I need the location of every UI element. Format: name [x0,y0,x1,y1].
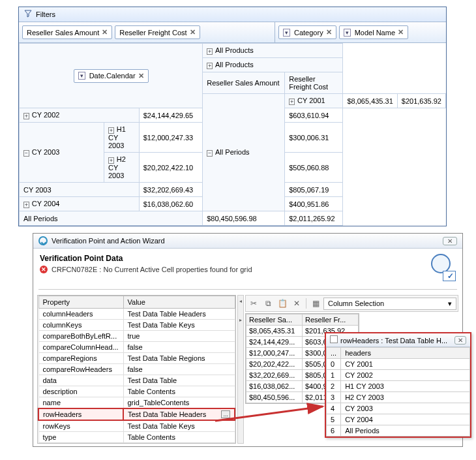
chip-remove-icon[interactable]: ✕ [190,28,196,37]
table-icon [330,335,338,343]
col-property[interactable]: Property [38,296,123,309]
copy-button[interactable]: ⧉ [261,297,275,310]
row-index: 4 [327,403,341,414]
cell: $32,202,669.43 [139,183,202,197]
row-h2-2003[interactable]: +H2 CY 2003 [104,153,140,183]
cell: $400,951.86 [285,197,343,211]
property-row[interactable]: rowKeysTest Data Table Keys [38,420,235,432]
ellipsis-button[interactable]: ... [221,410,230,418]
collapse-icon[interactable]: − [23,150,29,157]
mini-col-freight[interactable]: Reseller Fr... [303,314,359,326]
popup-col-index[interactable]: ... [327,348,341,359]
column-selection-dropdown[interactable]: Column Selection▾ [323,298,456,310]
row-cy2003-total[interactable]: CY 2003 [20,183,140,197]
collapse-icon[interactable]: − [207,150,213,157]
row-cy2003[interactable]: −CY 2003 [20,123,104,183]
splitter[interactable]: ◂▸ [237,295,244,444]
cell: $16,038,062... [246,381,303,392]
col-value[interactable]: Value [123,296,235,309]
col-all-products[interactable]: +All Products [203,44,343,58]
expand-icon[interactable]: + [108,157,114,164]
table-row[interactable]: 6All Periods [327,425,470,437]
chip-remove-icon[interactable]: ✕ [138,72,144,80]
expand-icon[interactable]: + [207,63,213,69]
chip-date-calendar[interactable]: ▾Date.Calendar✕ [74,69,149,83]
row-index: 5 [327,414,341,425]
funnel-icon: ▾ [344,29,351,37]
chip-reseller-freight[interactable]: Reseller Freight Cost✕ [115,25,200,39]
popup-col-headers[interactable]: headers [341,348,470,359]
chip-category[interactable]: ▾Category✕ [278,25,336,39]
prop-value: Test Data Table [123,375,235,386]
chip-remove-icon[interactable]: ✕ [398,28,404,37]
property-row[interactable]: compareBothByLeftR...true [38,331,235,342]
cell: $201,635.92 [397,94,445,108]
prop-value: Test Data Table Regions [123,353,235,364]
cell: $24,144,429... [246,337,303,348]
property-row[interactable]: compareColumnHead...false [38,342,235,353]
expand-icon[interactable]: + [23,202,29,208]
row-all-periods[interactable]: −All Periods [203,94,285,211]
mini-col-sales[interactable]: Reseller Sa... [246,314,303,326]
row-header: All Periods [341,425,470,437]
cell: $80,450,596... [246,392,303,403]
dialog-titlebar[interactable]: Verification Point and Action Wizard ✕ [33,234,462,249]
chip-remove-icon[interactable]: ✕ [326,28,332,37]
prop-name: columnHeaders [38,309,123,320]
wizard-icon [38,236,48,245]
grid-options-button[interactable]: ▦ [309,297,322,310]
row-grand-total[interactable]: All Periods [20,211,203,226]
table-row[interactable]: 5CY 2004 [327,414,470,425]
paste-button[interactable]: 📋 [276,297,289,310]
cell: $805,067.19 [285,183,343,197]
close-button[interactable]: ✕ [443,237,457,245]
prop-name: data [38,375,123,386]
prop-name: compareBothByLeftR... [38,331,123,342]
col-all-products[interactable]: +All Products [203,58,343,72]
table-row[interactable]: 3H2 CY 2003 [327,392,470,403]
chip-model-name[interactable]: ▾Model Name✕ [339,25,408,39]
table-row[interactable]: 1CY 2002 [327,370,470,381]
property-table[interactable]: PropertyValue columnHeadersTest Data Tab… [37,295,236,444]
property-row[interactable]: namegrid_TableContents [38,397,235,409]
property-row[interactable]: compareRowHeadersfalse [38,364,235,375]
property-row[interactable]: columnHeadersTest Data Table Headers [38,309,235,320]
property-row[interactable]: columnKeysTest Data Table Keys [38,320,235,331]
expand-icon[interactable]: + [108,127,114,134]
table-row[interactable]: 0CY 2001 [327,359,470,370]
expand-icon[interactable]: + [289,99,295,105]
popup-titlebar[interactable]: rowHeaders : Test Data Table H... ✕ [326,333,470,347]
property-row[interactable]: dataTest Data Table [38,375,235,386]
expand-icon[interactable]: + [207,48,213,55]
chip-remove-icon[interactable]: ✕ [102,28,108,37]
popup-close-button[interactable]: ✕ [454,336,466,345]
funnel-icon [24,10,32,19]
prop-name: columnKeys [38,320,123,331]
row-cy2004[interactable]: +CY 2004 [20,197,140,211]
row-index: 2 [327,381,341,392]
cell: $12,000,247.33 [139,123,202,153]
pivot-panel: Filters Reseller Sales Amount✕ Reseller … [18,7,447,226]
property-row[interactable]: compareRegionsTest Data Table Regions [38,353,235,364]
prop-name: compareRegions [38,353,123,364]
row-index: 3 [327,392,341,403]
property-row[interactable]: typeTable Contents [38,432,235,443]
col-header-sales[interactable]: Reseller Sales Amount [203,72,285,94]
prop-name: compareColumnHead... [38,342,123,353]
rowheaders-popup[interactable]: rowHeaders : Test Data Table H... ✕ ...h… [325,332,471,438]
prop-name: description [38,386,123,397]
property-row[interactable]: descriptionTable Contents [38,386,235,397]
prop-name: name [38,397,123,409]
table-row[interactable]: 2H1 CY 2003 [327,381,470,392]
chip-reseller-sales[interactable]: Reseller Sales Amount✕ [22,25,112,39]
cut-button[interactable]: ✂ [247,297,260,310]
row-cy2002[interactable]: +CY 2002 [20,108,140,123]
row-header: CY 2002 [341,370,470,381]
table-row[interactable]: 4CY 2003 [327,403,470,414]
property-row[interactable]: rowHeadersTest Data Table Headers... [38,408,235,420]
row-cy2001[interactable]: +CY 2001 [285,94,343,108]
expand-icon[interactable]: + [23,113,29,119]
col-header-freight[interactable]: Reseller Freight Cost [285,72,343,94]
delete-button[interactable]: ✕ [290,297,303,310]
row-h1-2003[interactable]: +H1 CY 2003 [104,123,140,153]
